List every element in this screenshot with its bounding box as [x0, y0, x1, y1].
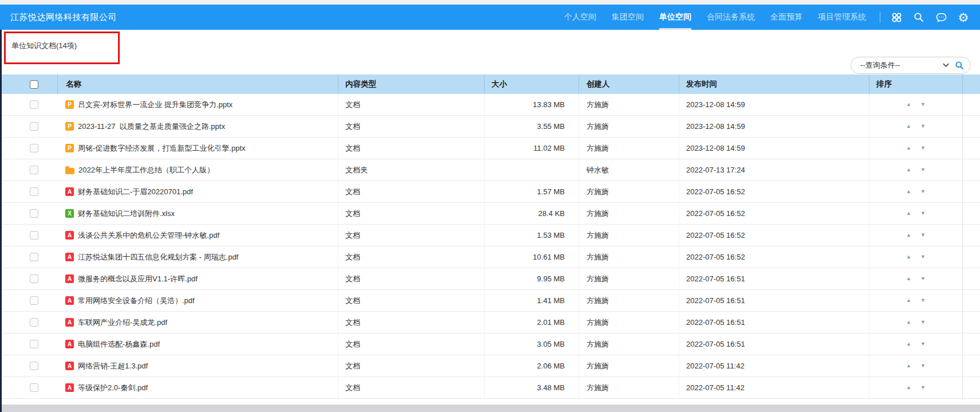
sort-up-arrow[interactable]: ▲ — [906, 276, 911, 281]
search-icon[interactable] — [912, 11, 925, 23]
sort-down-arrow[interactable]: ▼ — [920, 189, 926, 194]
settings-gear-icon[interactable]: ⚙ — [957, 11, 970, 23]
sort-up-arrow[interactable]: ▲ — [906, 254, 911, 260]
row-checkbox[interactable] — [30, 362, 38, 370]
sort-down-arrow[interactable]: ▼ — [920, 298, 926, 303]
content-type: 文档 — [338, 312, 484, 333]
query-condition-select[interactable]: --查询条件-- — [851, 57, 971, 74]
file-name[interactable]: 周铭-促进数字经济发展，打造新型工业化引擎.pptx — [78, 143, 246, 154]
table-row[interactable]: P 周铭-促进数字经济发展，打造新型工业化引擎.pptx 文档 11.02 MB… — [0, 138, 980, 159]
file-name[interactable]: 财务基础知识二培训附件.xlsx — [78, 209, 175, 219]
file-name[interactable]: 浅谈公共关系中的危机公关管理-钟水敏.pdf — [78, 230, 219, 241]
nav-personal-space[interactable]: 个人空间 — [564, 5, 596, 30]
table-row[interactable]: X 财务基础知识二培训附件.xlsx 文档 28.4 KB 方施旖 2022-0… — [0, 203, 980, 225]
sort-up-arrow[interactable]: ▲ — [906, 363, 911, 368]
message-icon[interactable] — [935, 11, 947, 23]
chevron-down-icon[interactable] — [943, 63, 949, 68]
sort-up-arrow[interactable]: ▲ — [906, 124, 911, 129]
file-name[interactable]: 微服务的概念以及应用V1.1-许晖.pdf — [78, 274, 198, 284]
table-row[interactable]: A 电脑组件选配-杨鑫森.pdf 文档 3.05 MB 方施旖 2022-07-… — [0, 333, 980, 355]
publish-time: 2022-07-05 16:52 — [679, 225, 869, 246]
content-type: 文档 — [338, 181, 484, 203]
column-header-content-type: 内容类型 — [338, 74, 484, 94]
table-row[interactable]: 2022年上半年度工作总结（职工个人版） 文档夹 钟水敏 2022-07-13 … — [0, 159, 980, 181]
sort-up-arrow[interactable]: ▲ — [906, 385, 911, 390]
row-checkbox[interactable] — [30, 187, 38, 196]
pdf-file-icon: A — [65, 231, 74, 240]
pdf-file-icon: A — [65, 340, 74, 348]
left-edge-line — [0, 30, 2, 412]
table-row[interactable]: A 网络营销-王超1.3.pdf 文档 2.06 MB 方施旖 2022-07-… — [0, 355, 980, 377]
file-name[interactable]: 2023-11-27 以质量之基走质量强企之路.pptx — [78, 121, 225, 132]
sort-up-arrow[interactable]: ▲ — [906, 320, 911, 325]
sort-up-arrow[interactable]: ▲ — [906, 189, 911, 194]
nav-unit-space[interactable]: 单位空间 — [659, 5, 691, 30]
file-name[interactable]: 电脑组件选配-杨鑫森.pdf — [78, 339, 160, 350]
creator: 方施旖 — [578, 246, 679, 268]
row-checkbox[interactable] — [30, 144, 38, 152]
file-name[interactable]: 等级保护2.0-秦剑.pdf — [78, 383, 148, 393]
sort-down-arrow[interactable]: ▼ — [920, 320, 926, 325]
select-all-checkbox[interactable] — [30, 80, 38, 89]
sort-down-arrow[interactable]: ▼ — [920, 363, 926, 368]
filter-search-icon[interactable] — [955, 61, 964, 70]
file-name[interactable]: 江苏悦达集团十四五信息化规划方案 - 周瑞志.pdf — [78, 252, 238, 262]
file-name[interactable]: 车联网产业介绍-吴成龙.pdf — [78, 317, 167, 328]
sort-up-arrow[interactable]: ▲ — [906, 102, 911, 107]
sort-down-arrow[interactable]: ▼ — [920, 102, 926, 107]
row-checkbox[interactable] — [30, 253, 38, 261]
file-size: 13.83 MB — [484, 94, 578, 116]
sort-down-arrow[interactable]: ▼ — [920, 167, 926, 172]
table-row[interactable]: A 江苏悦达集团十四五信息化规划方案 - 周瑞志.pdf 文档 10.61 MB… — [0, 246, 980, 268]
sort-down-arrow[interactable]: ▼ — [920, 124, 926, 129]
file-name[interactable]: 吕文宾-对标世界一流企业 提升集团竞争力.pptx — [78, 100, 233, 110]
sort-up-arrow[interactable]: ▲ — [906, 298, 911, 303]
nav-group-space[interactable]: 集团空间 — [612, 5, 644, 30]
table-row[interactable]: A 等级保护2.0-秦剑.pdf 文档 3.48 MB 方施旖 2022-07-… — [0, 377, 980, 399]
sort-up-arrow[interactable]: ▲ — [906, 167, 911, 172]
row-checkbox[interactable] — [30, 274, 38, 283]
row-checkbox[interactable] — [30, 340, 38, 348]
row-checkbox[interactable] — [30, 296, 38, 305]
row-checkbox[interactable] — [30, 166, 38, 174]
file-size: 28.4 KB — [484, 203, 578, 225]
nav-project-management-system[interactable]: 项目管理系统 — [818, 5, 866, 30]
file-name[interactable]: 财务基础知识二-于眉20220701.pdf — [78, 187, 193, 197]
file-size: 10.61 MB — [484, 246, 578, 268]
sort-up-arrow[interactable]: ▲ — [906, 146, 911, 151]
pptx-file-icon: P — [65, 122, 74, 131]
sort-down-arrow[interactable]: ▼ — [920, 146, 926, 151]
nav-budget[interactable]: 全面预算 — [770, 5, 802, 30]
creator: 方施旖 — [578, 333, 679, 355]
file-name[interactable]: 2022年上半年度工作总结（职工个人版） — [78, 165, 214, 175]
sort-down-arrow[interactable]: ▼ — [920, 385, 926, 390]
sort-down-arrow[interactable]: ▼ — [920, 233, 926, 238]
table-row[interactable]: P 吕文宾-对标世界一流企业 提升集团竞争力.pptx 文档 13.83 MB … — [0, 94, 980, 116]
sort-down-arrow[interactable]: ▼ — [920, 342, 926, 347]
row-checkbox[interactable] — [30, 122, 38, 131]
nav-contract-legal-system[interactable]: 合同法务系统 — [707, 5, 755, 30]
file-name[interactable]: 网络营销-王超1.3.pdf — [78, 361, 148, 371]
sort-up-arrow[interactable]: ▲ — [906, 233, 911, 238]
creator: 方施旖 — [578, 290, 679, 312]
row-checkbox[interactable] — [30, 100, 38, 109]
table-row[interactable]: A 车联网产业介绍-吴成龙.pdf 文档 2.01 MB 方施旖 2022-07… — [0, 312, 980, 333]
apps-icon[interactable] — [890, 11, 903, 23]
sort-down-arrow[interactable]: ▼ — [920, 254, 926, 260]
row-checkbox[interactable] — [30, 209, 38, 218]
sort-up-arrow[interactable]: ▲ — [906, 211, 911, 216]
sort-up-arrow[interactable]: ▲ — [906, 342, 911, 347]
row-checkbox[interactable] — [30, 231, 38, 240]
row-checkbox[interactable] — [30, 383, 38, 392]
table-row[interactable]: A 微服务的概念以及应用V1.1-许晖.pdf 文档 9.95 MB 方施旖 2… — [0, 268, 980, 290]
table-row[interactable]: A 财务基础知识二-于眉20220701.pdf 文档 1.57 MB 方施旖 … — [0, 181, 980, 203]
sort-down-arrow[interactable]: ▼ — [920, 276, 926, 281]
file-size: 3.05 MB — [484, 333, 578, 355]
file-name[interactable]: 常用网络安全设备介绍（吴浩）.pdf — [78, 296, 195, 306]
sort-down-arrow[interactable]: ▼ — [920, 211, 926, 216]
row-checkbox[interactable] — [30, 318, 38, 327]
table-row[interactable]: A 浅谈公共关系中的危机公关管理-钟水敏.pdf 文档 1.53 MB 方施旖 … — [0, 225, 980, 246]
table-row[interactable]: A 常用网络安全设备介绍（吴浩）.pdf 文档 1.41 MB 方施旖 2022… — [0, 290, 980, 312]
table-row[interactable]: P 2023-11-27 以质量之基走质量强企之路.pptx 文档 3.55 M… — [0, 116, 980, 138]
top-strip — [0, 0, 980, 5]
